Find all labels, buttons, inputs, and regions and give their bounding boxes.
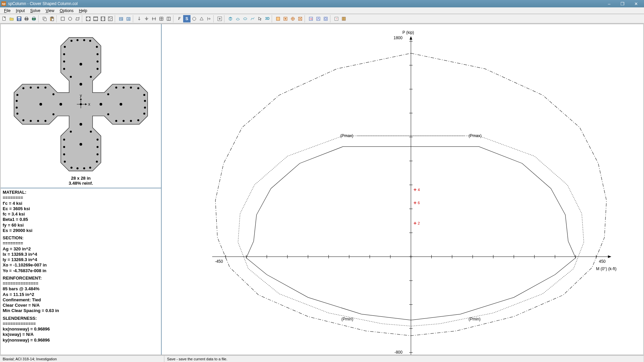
axis-y-label: y — [80, 93, 82, 98]
toolbar-irregular-section[interactable] — [74, 15, 81, 22]
svg-point-119 — [79, 123, 82, 126]
svg-point-122 — [59, 103, 62, 106]
toolbar-opt-2[interactable] — [282, 15, 289, 22]
svg-point-106 — [16, 113, 18, 115]
menu-input[interactable]: Input — [13, 8, 28, 14]
toolbar-print-color[interactable] — [30, 15, 38, 22]
toolbar-load-1[interactable] — [136, 15, 143, 22]
interaction-diagram[interactable]: P (kip)1800-800-450450M (0°) (k-ft)(Pmax… — [162, 24, 643, 355]
toolbar-load-5[interactable] — [165, 15, 172, 22]
toolbar-load-2[interactable] — [143, 15, 150, 22]
svg-point-94 — [130, 120, 132, 122]
svg-rect-15 — [61, 17, 64, 20]
svg-point-74 — [90, 76, 92, 78]
toolbar-manual[interactable] — [340, 15, 347, 22]
svg-text:(Pmax): (Pmax) — [469, 133, 482, 138]
svg-text:P (kip): P (kip) — [402, 30, 414, 35]
toolbar-load-3[interactable] — [150, 15, 158, 22]
svg-rect-11 — [44, 18, 46, 21]
svg-point-47 — [244, 18, 247, 20]
svg-point-91 — [144, 107, 146, 109]
svg-point-98 — [130, 86, 132, 88]
svg-text:1800: 1800 — [393, 36, 402, 40]
toolbar-paste[interactable] — [48, 15, 56, 22]
toolbar-print[interactable] — [23, 15, 30, 22]
toolbar-bars-sides[interactable] — [99, 15, 107, 22]
svg-point-45 — [193, 17, 196, 20]
svg-point-77 — [83, 167, 85, 169]
svg-text:M (0°) (k-ft): M (0°) (k-ft) — [596, 266, 616, 271]
toolbar-res-3[interactable] — [322, 15, 329, 22]
results-text-panel[interactable]: MATERIAL: ======== f'c = 4 ksi Ec = 3605… — [1, 188, 161, 355]
svg-text:6: 6 — [418, 201, 420, 205]
toolbar-opt-4[interactable] — [297, 15, 304, 22]
svg-point-64 — [89, 40, 91, 42]
svg-point-86 — [63, 139, 65, 141]
svg-point-50 — [285, 18, 286, 19]
svg-point-68 — [97, 68, 99, 70]
toolbar-bars-all[interactable] — [85, 15, 92, 22]
section-header: SECTION: — [3, 235, 159, 241]
svg-point-100 — [115, 86, 117, 88]
svg-point-79 — [96, 161, 98, 163]
svg-point-62 — [76, 39, 78, 41]
toolbar-view-cursor[interactable] — [256, 15, 264, 22]
svg-rect-8 — [33, 17, 35, 18]
menu-file[interactable]: File — [1, 8, 13, 14]
toolbar-plus[interactable]: +1 — [117, 15, 125, 22]
svg-point-21 — [89, 20, 90, 20]
svg-point-90 — [144, 100, 146, 102]
svg-point-26 — [94, 20, 95, 20]
toolbar-res-1[interactable]: +8 — [307, 15, 315, 22]
svg-point-103 — [16, 94, 18, 96]
close-button[interactable]: ✕ — [629, 0, 643, 7]
toolbar-rect-section[interactable] — [59, 15, 66, 22]
toolbar-open[interactable] — [8, 15, 15, 22]
toolbar-solve-end[interactable] — [205, 15, 213, 22]
toolbar-copy[interactable] — [41, 15, 48, 22]
toolbar-help[interactable]: ? — [333, 15, 340, 22]
toolbar-view-km[interactable] — [249, 15, 256, 22]
toolbar-solve-tri[interactable] — [198, 15, 205, 22]
svg-point-124 — [120, 103, 122, 106]
svg-point-102 — [107, 113, 109, 115]
svg-point-76 — [76, 167, 78, 169]
toolbar-view-zoom[interactable] — [216, 15, 223, 22]
menubar: File Input Solve View Options Help — [0, 7, 644, 14]
status-right: Save - save the current data to a file. — [164, 356, 644, 362]
svg-point-113 — [37, 86, 39, 88]
toolbar-load-4[interactable] — [158, 15, 165, 22]
menu-view[interactable]: View — [43, 8, 57, 14]
toolbar-view-mm[interactable] — [241, 15, 249, 22]
toolbar-solve-s[interactable]: S — [183, 15, 191, 22]
toolbar-opt-1[interactable] — [274, 15, 282, 22]
svg-text:(Pmin): (Pmin) — [469, 317, 480, 321]
svg-text:450: 450 — [599, 259, 605, 264]
svg-point-87 — [70, 131, 72, 133]
toolbar-view-3d[interactable] — [227, 15, 234, 22]
menu-help[interactable]: Help — [76, 8, 90, 14]
maximize-button[interactable]: ❐ — [616, 0, 629, 7]
menu-options[interactable]: Options — [57, 8, 76, 14]
toolbar-view-3d-text[interactable]: 3D — [264, 15, 271, 22]
svg-rect-14 — [52, 18, 54, 21]
toolbar-solve-f[interactable]: F — [176, 15, 183, 22]
toolbar-circle-section[interactable] — [66, 15, 74, 22]
svg-point-80 — [97, 153, 99, 155]
section-view[interactable]: x y 28 x 28 in 3.48% reinf. — [1, 24, 161, 188]
menu-solve[interactable]: Solve — [28, 8, 43, 14]
toolbar-solve-circle[interactable] — [191, 15, 198, 22]
toolbar-new[interactable] — [1, 15, 8, 22]
toolbar-save[interactable] — [15, 15, 23, 22]
toolbar-opt-3[interactable] — [289, 15, 297, 22]
toolbar-bars-equal[interactable] — [92, 15, 99, 22]
svg-point-35 — [104, 20, 105, 20]
toolbar-bars-irregular[interactable] — [107, 15, 114, 22]
toolbar-res-2[interactable] — [315, 15, 322, 22]
toolbar-view-pm[interactable] — [234, 15, 241, 22]
svg-text:-1: -1 — [127, 17, 130, 20]
minimize-button[interactable]: – — [602, 0, 616, 7]
svg-point-20 — [87, 20, 87, 20]
toolbar-minus[interactable]: -1 — [125, 15, 132, 22]
svg-point-116 — [52, 113, 54, 115]
